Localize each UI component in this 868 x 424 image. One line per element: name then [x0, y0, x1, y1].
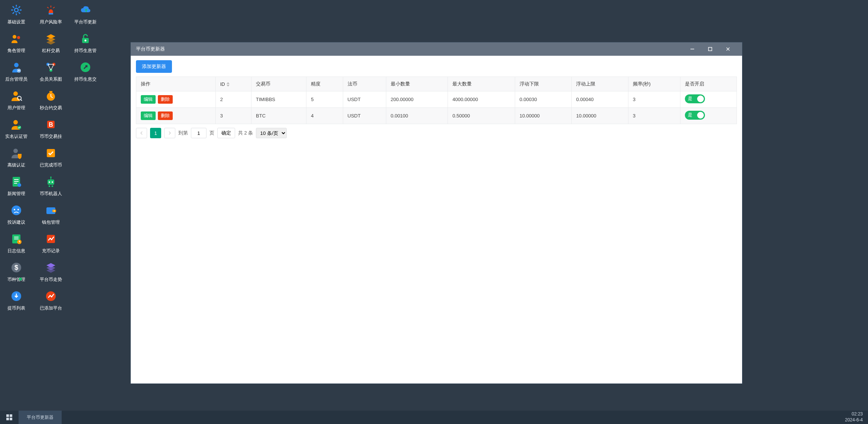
svg-line-7 — [19, 6, 20, 8]
page-jump-input[interactable] — [191, 128, 207, 138]
desktop-item-trend[interactable]: 平台币走势 — [36, 259, 65, 284]
desktop-item-dollar[interactable]: $币种管理 — [2, 259, 31, 284]
desktop-item-label: 基础设置 — [7, 19, 25, 25]
chartup-icon — [44, 232, 58, 246]
desktop-item-label: 提币列表 — [7, 305, 25, 311]
window-close-button[interactable] — [719, 42, 737, 56]
desktop-item-lockarrow[interactable]: 持币生息交 — [71, 59, 100, 84]
desktop-item-label: 新闻管理 — [7, 191, 25, 197]
desktop-item-wallet[interactable]: 钱包管理 — [36, 202, 65, 227]
desktop-item-label: 钱包管理 — [42, 219, 60, 226]
table-header: 是否开启 — [680, 77, 737, 91]
desktop-item-robot[interactable]: 币币机器人 — [36, 174, 65, 198]
desktop-item-complaint[interactable]: 投诉建议 — [2, 202, 31, 227]
desktop-item-layers[interactable]: 杠杆交易 — [36, 30, 65, 55]
delete-button[interactable]: 删除 — [158, 111, 173, 120]
table-header: 浮动下限 — [515, 77, 572, 91]
svg-line-38 — [53, 7, 55, 8]
complaint-icon — [10, 204, 23, 217]
desktop-item-lock[interactable]: 持币生息管 — [71, 30, 100, 55]
enable-switch[interactable]: 是 — [685, 94, 705, 103]
svg-point-26 — [14, 209, 15, 210]
taskbar-item-updater[interactable]: 平台币更新器 — [19, 411, 62, 424]
updater-table: 操作ID交易币精度法币最小数量最大数量浮动下限浮动上限频率(秒)是否开启 编辑删… — [136, 77, 737, 124]
desktop-item-label: 投诉建议 — [7, 219, 25, 226]
desktop-item-doc[interactable]: 新闻管理 — [2, 174, 31, 198]
desktop-item-usersearch[interactable]: 用户管理 — [2, 88, 31, 113]
desktop-item-label: 日志信息 — [7, 248, 25, 254]
cell-precision: 5 — [306, 91, 343, 108]
enable-switch[interactable]: 是 — [685, 111, 705, 120]
users-icon — [10, 32, 23, 45]
idcard-icon — [10, 118, 23, 131]
cell-trade: TIMIBBS — [251, 91, 306, 108]
desktop-item-withdraw[interactable]: 提币列表 — [2, 288, 31, 313]
svg-rect-72 — [10, 414, 12, 417]
window-title: 平台币更新器 — [136, 46, 683, 52]
desktop-item-label: 用户风险率 — [40, 19, 62, 25]
delete-button[interactable]: 删除 — [158, 95, 173, 104]
edit-button[interactable]: 编辑 — [141, 111, 156, 120]
edit-button[interactable]: 编辑 — [141, 95, 156, 104]
page-size-select[interactable]: 10 条/页 — [256, 128, 287, 138]
start-button[interactable] — [0, 411, 19, 424]
window-titlebar[interactable]: 平台币更新器 — [131, 42, 742, 56]
desktop-item-check[interactable]: 已完成币币 — [36, 145, 65, 170]
svg-line-16 — [21, 100, 22, 101]
cell-max: 0.50000 — [448, 108, 515, 124]
desktop-item-label: 币种管理 — [7, 276, 25, 283]
desktop-item-idcard[interactable]: 实名认证管 — [2, 116, 31, 141]
cell-high: 0.00040 — [572, 91, 628, 108]
cell-high: 10.00000 — [572, 108, 628, 124]
page-go-button[interactable]: 确定 — [217, 128, 235, 138]
desktop-item-label: 平台币走势 — [40, 276, 62, 283]
window-minimize-button[interactable] — [683, 42, 701, 56]
window-maximize-button[interactable] — [701, 42, 719, 56]
layers-icon — [44, 32, 58, 45]
doc-icon — [10, 175, 23, 188]
desktop-item-admin[interactable]: 后台管理员 — [2, 59, 31, 84]
page-1-button[interactable]: 1 — [150, 128, 161, 138]
usersearch-icon — [10, 89, 23, 103]
shield-icon — [10, 146, 23, 160]
desktop-item-log[interactable]: 日志信息 — [2, 231, 31, 256]
svg-text:B: B — [49, 122, 53, 128]
add-updater-button[interactable]: 添加更新器 — [136, 60, 172, 73]
desktop-item-cloud[interactable]: 平台币更新 — [71, 2, 100, 27]
svg-text:$: $ — [14, 264, 18, 271]
taskbar: 平台币更新器 02:23 2024-6-4 — [0, 411, 868, 424]
sort-icon — [227, 82, 230, 87]
table-header: 精度 — [306, 77, 343, 91]
desktop-item-label: 币币机器人 — [40, 191, 62, 197]
svg-rect-73 — [6, 418, 9, 420]
desktop-item-gear[interactable]: 基础设置 — [2, 2, 31, 27]
svg-point-19 — [13, 149, 18, 153]
desktop-item-shield[interactable]: 高级认证 — [2, 145, 31, 170]
table-row: 编辑删除2TIMIBBS5USDT200.000004000.000000.00… — [136, 91, 737, 108]
desktop-item-alert[interactable]: 用户风险率 — [36, 2, 65, 27]
desktop-item-label: 持币生息交 — [74, 76, 97, 82]
desktop-item-label: 杠杆交易 — [42, 48, 60, 54]
page-next-button[interactable] — [164, 128, 175, 138]
desktop-item-label: 充币记录 — [42, 248, 60, 254]
table-header: 交易币 — [251, 77, 306, 91]
desktop-item-trendcircle[interactable]: 已添加平台 — [36, 288, 65, 313]
desktop-item-label: 高级认证 — [7, 162, 25, 168]
svg-rect-46 — [49, 91, 52, 93]
cell-fiat: USDT — [343, 108, 386, 124]
table-header[interactable]: ID — [215, 77, 251, 91]
page-prev-button[interactable] — [136, 128, 147, 138]
desktop-item-users[interactable]: 角色管理 — [2, 30, 31, 55]
desktop-item-network[interactable]: 会员关系图 — [36, 59, 65, 84]
desktop-item-bexchange[interactable]: B币币交易挂 — [36, 116, 65, 141]
cell-max: 4000.00000 — [448, 91, 515, 108]
desktop-item-label: 会员关系图 — [40, 76, 62, 82]
cell-min: 0.00100 — [386, 108, 448, 124]
svg-point-10 — [17, 36, 20, 39]
svg-rect-74 — [10, 418, 12, 420]
desktop-item-timer[interactable]: 秒合约交易 — [36, 88, 65, 113]
desktop-item-label: 平台币更新 — [74, 19, 97, 25]
desktop-item-chartup[interactable]: 充币记录 — [36, 231, 65, 256]
svg-rect-57 — [49, 185, 50, 187]
cloud-icon — [79, 3, 92, 17]
